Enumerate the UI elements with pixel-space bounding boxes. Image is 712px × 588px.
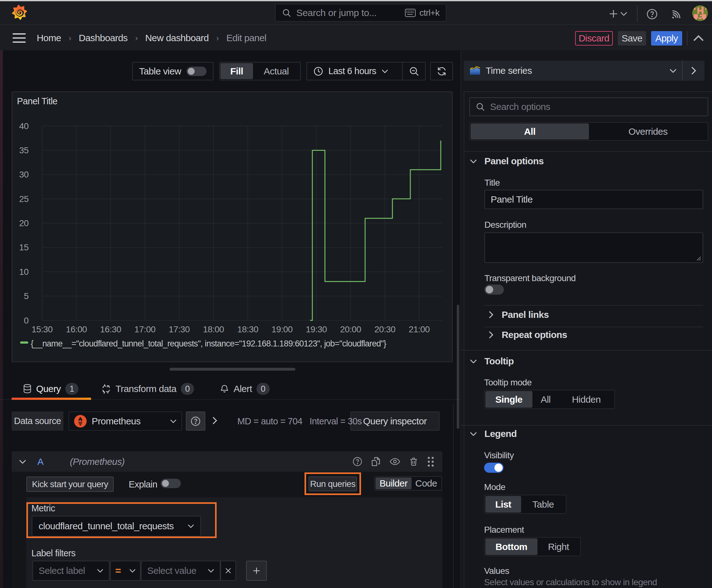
svg-text:16:30: 16:30 bbox=[100, 324, 121, 334]
svg-text:0: 0 bbox=[24, 316, 28, 326]
svg-text:19:30: 19:30 bbox=[306, 324, 327, 334]
svg-text:21:00: 21:00 bbox=[409, 324, 430, 334]
svg-text:40: 40 bbox=[19, 121, 28, 131]
svg-text:17:30: 17:30 bbox=[169, 324, 190, 334]
svg-text:20:30: 20:30 bbox=[374, 324, 395, 334]
svg-text:15:30: 15:30 bbox=[31, 324, 52, 334]
svg-text:10: 10 bbox=[19, 267, 28, 277]
svg-text:30: 30 bbox=[19, 170, 28, 180]
svg-text:16:00: 16:00 bbox=[66, 324, 87, 334]
svg-text:18:30: 18:30 bbox=[237, 324, 258, 334]
svg-text:15: 15 bbox=[19, 243, 28, 252]
svg-text:25: 25 bbox=[19, 194, 28, 204]
svg-text:18:00: 18:00 bbox=[203, 324, 224, 334]
svg-text:20: 20 bbox=[19, 218, 28, 228]
svg-text:5: 5 bbox=[24, 291, 28, 301]
svg-text:17:00: 17:00 bbox=[134, 324, 155, 334]
svg-text:35: 35 bbox=[19, 145, 28, 155]
svg-text:20:00: 20:00 bbox=[340, 324, 361, 334]
svg-text:19:00: 19:00 bbox=[272, 324, 293, 334]
